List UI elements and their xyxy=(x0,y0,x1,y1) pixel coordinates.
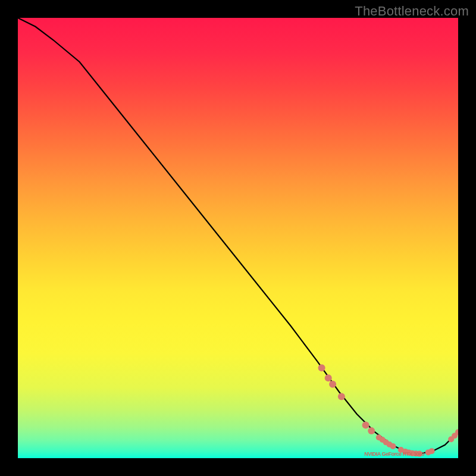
annotation-label: NVIDIA GeForce RTX 3060 xyxy=(364,451,424,457)
data-point xyxy=(338,393,345,400)
data-point xyxy=(362,422,369,429)
data-point xyxy=(329,381,336,388)
data-point xyxy=(429,448,435,454)
chart-svg xyxy=(18,18,458,458)
data-point xyxy=(325,374,332,381)
data-point xyxy=(318,364,325,371)
data-point xyxy=(368,427,375,434)
watermark-text: TheBottleneck.com xyxy=(355,4,469,19)
curve-line xyxy=(18,18,458,454)
data-point xyxy=(390,443,396,449)
plot-area: NVIDIA GeForce RTX 3060 xyxy=(18,18,458,458)
data-points xyxy=(318,364,458,456)
chart-container: NVIDIA GeForce RTX 3060 TheBottleneck.co… xyxy=(0,0,476,476)
